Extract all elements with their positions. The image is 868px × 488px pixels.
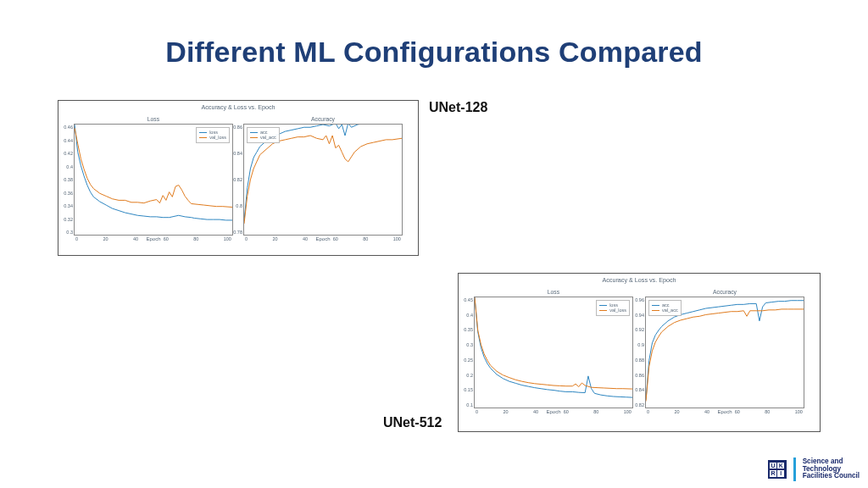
chart-panel-unet512: Accuracy & Loss vs. Epoch Loss loss val_… [458,273,821,432]
footer-logo: UK RI Science and Technology Facilities … [768,458,860,481]
plot-area: acc val_acc 020406080100 0.780.80.820.84… [243,124,403,236]
x-ticks: 020406080100 [646,409,804,414]
x-ticks: 020406080100 [75,236,232,241]
chart-panel-unet128: Accuracy & Loss vs. Epoch Loss loss val_… [58,100,419,256]
ukri-logo-icon: UK RI [768,460,787,479]
super-title: Accuracy & Loss vs. Epoch [459,276,820,284]
chart-title: Loss [474,289,633,295]
legend: acc val_acc [247,127,280,143]
subchart-accuracy: Accuracy acc val_acc 020406080100 0.780.… [243,116,403,243]
chart-title: Accuracy [243,116,403,122]
plot-area: loss val_loss 020406080100 0.30.320.340.… [74,124,233,236]
subchart-loss: Loss loss val_loss 020406080100 0.10.150… [474,289,633,416]
legend: acc val_acc [648,300,682,316]
x-ticks: 020406080100 [475,409,632,414]
y-ticks: 0.30.320.340.360.380.40.420.440.46 [61,125,73,235]
chart-title: Loss [74,116,233,122]
chart-title: Accuracy [645,289,804,295]
logo-divider [793,458,796,481]
y-ticks: 0.820.840.860.880.90.920.940.96 [632,297,644,408]
legend: loss val_loss [596,300,630,316]
plot-area: loss val_loss 020406080100 0.10.150.20.2… [474,297,633,408]
super-title: Accuracy & Loss vs. Epoch [58,103,418,111]
subchart-loss: Loss loss val_loss 020406080100 0.30.320… [74,116,233,243]
y-ticks: 0.780.80.820.840.86 [231,125,242,235]
org-name: Science and Technology Facilities Counci… [803,458,860,480]
x-ticks: 020406080100 [244,236,402,241]
chart-label-unet512: UNet-512 [383,415,442,430]
page-title: Different ML Configurations Compared [0,0,868,75]
legend: loss val_loss [196,127,230,143]
chart-label-unet128: UNet-128 [429,100,487,115]
plot-area: acc val_acc 020406080100 0.820.840.860.8… [645,297,804,408]
y-ticks: 0.10.150.20.250.30.350.40.45 [461,297,473,408]
subchart-accuracy: Accuracy acc val_acc 020406080100 0.820.… [645,289,804,416]
